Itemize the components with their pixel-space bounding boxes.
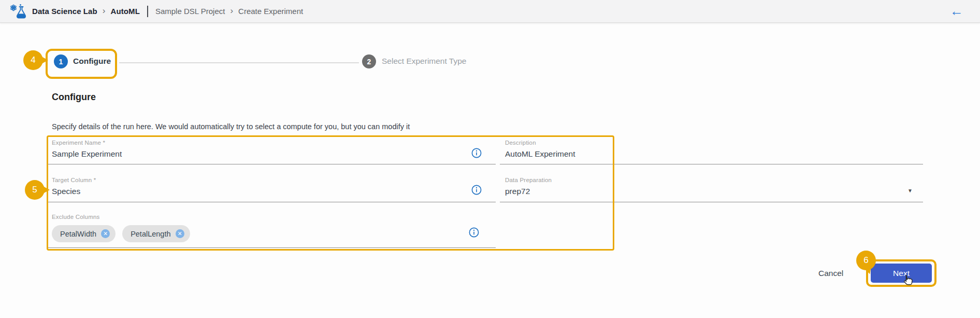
step-1-label[interactable]: Configure <box>73 57 111 66</box>
breadcrumb-app[interactable]: Data Science Lab <box>32 7 97 16</box>
target-column-underline <box>48 202 496 202</box>
description-input[interactable] <box>505 149 899 159</box>
data-preparation-underline <box>500 202 923 202</box>
create-experiment-screen: Data Science Lab › AutoML Sample DSL Pro… <box>0 0 980 318</box>
exclude-columns-label: Exclude Columns <box>52 214 99 220</box>
breadcrumb-project[interactable]: Sample DSL Project <box>155 7 225 16</box>
data-preparation-select[interactable]: prep72 <box>505 187 878 196</box>
breadcrumb-module[interactable]: AutoML <box>111 7 140 16</box>
exclude-columns-chips: PetalWidth ✕ PetalLength ✕ <box>52 225 190 242</box>
data-science-lab-logo-icon <box>9 3 27 20</box>
dropdown-caret-icon[interactable]: ▼ <box>907 188 913 193</box>
page-subtitle: Specify details of the run here. We woul… <box>52 122 410 131</box>
target-column-label: Target Column * <box>52 177 96 183</box>
experiment-name-label: Experiment Name * <box>52 140 105 146</box>
info-icon[interactable] <box>471 185 482 195</box>
chip-remove-icon[interactable]: ✕ <box>101 229 110 238</box>
exclude-columns-underline <box>48 247 496 248</box>
target-column-input[interactable] <box>52 187 456 196</box>
chip-petalwidth[interactable]: PetalWidth ✕ <box>52 225 116 242</box>
stepper-connector-line <box>119 62 359 63</box>
chip-remove-icon[interactable]: ✕ <box>176 229 184 238</box>
chip-petallength[interactable]: PetalLength ✕ <box>122 225 190 242</box>
breadcrumb-divider <box>147 6 148 17</box>
experiment-name-input[interactable] <box>52 149 456 159</box>
mouse-cursor-hand-icon <box>901 274 915 287</box>
annotation-badge-4: 4 <box>23 50 43 70</box>
page-title: Configure <box>52 92 96 103</box>
breadcrumb: Data Science Lab › AutoML Sample DSL Pro… <box>32 6 303 17</box>
step-1-circle[interactable]: 1 <box>54 54 68 68</box>
back-arrow-icon[interactable]: ← <box>950 4 963 18</box>
cancel-button[interactable]: Cancel <box>818 269 843 278</box>
annotation-badge-6: 6 <box>856 251 876 270</box>
description-underline <box>500 164 923 164</box>
experiment-name-underline <box>48 164 496 164</box>
info-icon[interactable] <box>471 148 482 158</box>
step-2-label[interactable]: Select Experiment Type <box>382 57 466 66</box>
info-icon[interactable] <box>469 227 479 238</box>
step-2-circle[interactable]: 2 <box>362 54 376 68</box>
breadcrumb-page: Create Experiment <box>238 7 303 16</box>
annotation-badge-5: 5 <box>25 180 45 200</box>
chevron-right-icon: › <box>230 6 233 16</box>
chip-label: PetalWidth <box>60 230 96 238</box>
description-label: Description <box>505 140 536 146</box>
chevron-right-icon: › <box>103 6 106 16</box>
data-preparation-label: Data Preparation <box>505 177 552 183</box>
app-header: Data Science Lab › AutoML Sample DSL Pro… <box>0 0 980 23</box>
chip-label: PetalLength <box>131 230 170 238</box>
